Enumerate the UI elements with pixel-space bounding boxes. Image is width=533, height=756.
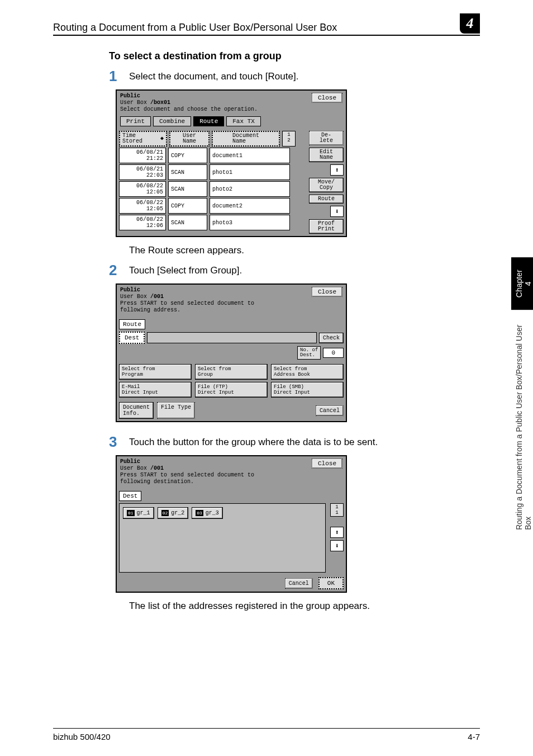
screen1-subtitle: Select document and choose the operation… xyxy=(120,106,258,112)
screen2-subtitle: Press START to send selected document to… xyxy=(120,300,254,313)
screen3-boxid: /001 xyxy=(150,465,164,471)
after-step3-text: The list of the addresses registered in … xyxy=(129,601,480,612)
chapter-badge: 4 xyxy=(460,13,480,34)
table-row[interactable]: 06/08/21 21:22COPYdocument1 xyxy=(119,148,306,163)
scroll-up-icon[interactable]: ⬆ xyxy=(330,527,344,538)
file-type-button[interactable]: File Type xyxy=(157,402,195,419)
step-text-1: Select the document, and touch [Route]. xyxy=(129,68,298,82)
select-from-group-button[interactable]: Select from Group xyxy=(195,364,268,380)
tab-print[interactable]: Print xyxy=(120,116,151,126)
document-info-button[interactable]: Document Info. xyxy=(119,402,154,419)
table-row[interactable]: 06/08/22 12:05COPYdocument2 xyxy=(119,198,306,214)
screenshot-box-list: Public User Box /box01 Select document a… xyxy=(116,89,347,237)
file-ftp-direct-input-button[interactable]: File (FTP) Direct Input xyxy=(195,382,268,398)
side-tab-title: Routing a Document from a Public User Bo… xyxy=(513,314,533,537)
screen2-boxid: /001 xyxy=(150,294,164,300)
footer-left: bizhub 500/420 xyxy=(53,732,111,741)
step-text-3: Touch the button for the group where the… xyxy=(129,433,378,448)
num-dest-value: 0 xyxy=(323,348,344,358)
delete-button[interactable]: De- lete xyxy=(309,131,344,145)
ok-button[interactable]: OK xyxy=(318,577,344,589)
after-step1-text: The Route screen appears. xyxy=(129,245,480,256)
select-from-program-button[interactable]: Select from Program xyxy=(119,364,192,380)
tab-combine[interactable]: Combine xyxy=(153,116,191,126)
footer-right: 4-7 xyxy=(468,732,480,741)
screen2-title1: Public xyxy=(120,287,140,293)
dest-field xyxy=(147,332,317,343)
scroll-down-icon[interactable]: ⬇ xyxy=(330,206,344,217)
step-number-3: 3 xyxy=(109,433,129,451)
screen3-title2: User Box xyxy=(120,465,147,471)
cancel-button[interactable]: Cancel xyxy=(285,578,313,589)
group-num: 01 xyxy=(127,510,135,516)
table-row[interactable]: 06/08/22 12:06SCANphoto3 xyxy=(119,215,306,230)
page-header: Routing a Document from a Public User Bo… xyxy=(53,22,460,34)
step-number-1: 1 xyxy=(109,68,129,85)
col-time[interactable]: Time Stored xyxy=(122,133,142,144)
col-user[interactable]: User Name xyxy=(169,131,210,147)
file-smb-direct-input-button[interactable]: File (SMB) Direct Input xyxy=(271,382,344,398)
cancel-button[interactable]: Cancel xyxy=(316,405,344,416)
group-num: 03 xyxy=(196,510,203,516)
group-button-1[interactable]: 01gr_1 xyxy=(123,507,154,519)
screen3-subtitle: Press START to send selected document to… xyxy=(120,472,254,485)
close-button[interactable]: Close xyxy=(312,459,342,469)
group-button-2[interactable]: 02gr_2 xyxy=(158,507,189,519)
page-indicator: 1 2 xyxy=(282,131,296,147)
table-row[interactable]: 06/08/21 22:03SCANphoto1 xyxy=(119,164,306,180)
group-button-3[interactable]: 03gr_3 xyxy=(192,507,223,519)
tab-fax[interactable]: Fax TX xyxy=(226,116,261,126)
col-doc[interactable]: Document Name xyxy=(212,131,280,147)
side-tab-chapter: Chapter 4 xyxy=(511,257,533,310)
close-button[interactable]: Close xyxy=(312,287,342,297)
screen1-title2: User Box xyxy=(120,100,147,106)
header-rule xyxy=(53,35,480,36)
select-from-address-book-button[interactable]: Select from Address Book xyxy=(271,364,344,380)
close-button[interactable]: Close xyxy=(312,93,342,103)
scroll-up-icon[interactable]: ⬆ xyxy=(330,164,344,176)
screen2-title2: User Box xyxy=(120,294,147,300)
check-button[interactable]: Check xyxy=(319,333,344,343)
section-heading: To select a destination from a group xyxy=(109,50,480,62)
screenshot-route: Public User Box /001 Press START to send… xyxy=(116,284,347,422)
tab-route[interactable]: Route xyxy=(193,116,224,126)
screen1-boxid: /box01 xyxy=(150,100,170,106)
num-dest-label: No. of Dest. xyxy=(297,346,321,360)
screen1-title1: Public xyxy=(120,93,140,99)
group-num: 02 xyxy=(161,510,169,516)
step-text-2: Touch [Select from Group]. xyxy=(129,262,242,276)
screenshot-group-select: Public User Box /001 Press START to send… xyxy=(116,455,347,593)
email-direct-input-button[interactable]: E-Mail Direct Input xyxy=(119,382,192,398)
route-button[interactable]: Route xyxy=(309,195,344,204)
step-number-2: 2 xyxy=(109,262,129,279)
edit-name-button[interactable]: Edit Name xyxy=(309,148,344,162)
table-row[interactable]: 06/08/22 12:05SCANphoto2 xyxy=(119,181,306,197)
dest-label: Dest xyxy=(119,332,145,344)
move-copy-button[interactable]: Move/ Copy xyxy=(309,178,344,192)
route-label: Route xyxy=(119,319,145,329)
proof-print-button[interactable]: Proof Print xyxy=(309,219,344,234)
screen3-title1: Public xyxy=(120,459,140,465)
dest-label: Dest xyxy=(119,491,141,501)
sort-icon[interactable]: ◆ xyxy=(160,136,164,141)
page-indicator: 1 1 xyxy=(330,503,344,517)
scroll-down-icon[interactable]: ⬇ xyxy=(330,540,344,551)
